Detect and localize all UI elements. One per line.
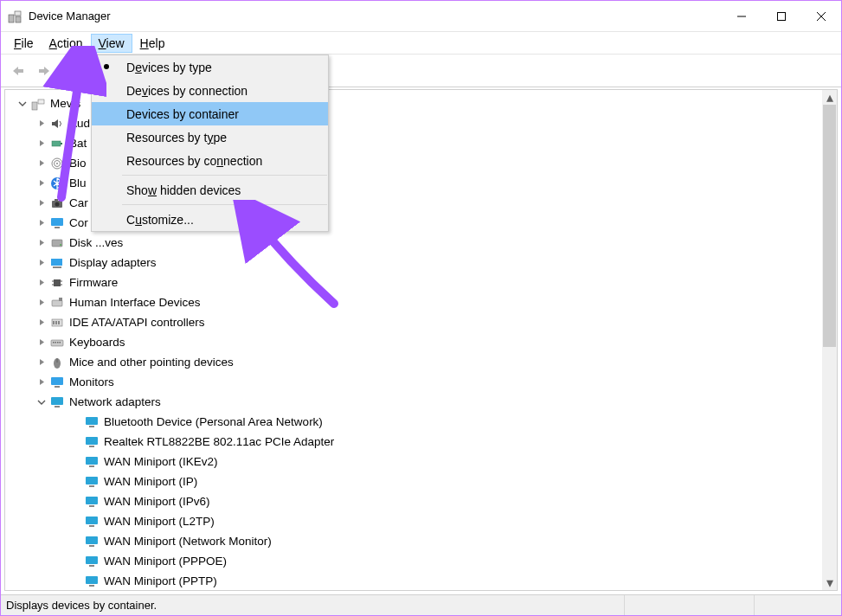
titlebar: Device Manager bbox=[1, 1, 841, 32]
minimize-button[interactable] bbox=[722, 1, 762, 32]
tree-root-label: Mevis bbox=[50, 93, 80, 113]
tree-leaf-net[interactable]: WAN Miniport (IKEv2) bbox=[12, 452, 837, 472]
tree-leaf-net[interactable]: WAN Miniport (Network Monitor) bbox=[12, 531, 837, 551]
tree-item-monitors[interactable]: Monitors bbox=[12, 372, 837, 392]
svg-rect-0 bbox=[9, 15, 14, 22]
tree-item-label: Firmware bbox=[69, 273, 118, 292]
tree-item-label: Bio bbox=[69, 153, 87, 173]
properties-button[interactable] bbox=[69, 61, 90, 81]
tree-item-display[interactable]: Display adapters bbox=[12, 253, 837, 273]
maximize-button[interactable] bbox=[762, 1, 801, 32]
menu-resources-by-type[interactable]: Resources by type bbox=[92, 125, 328, 149]
menu-item-label: Resources by connection bbox=[126, 154, 262, 168]
expander-icon[interactable] bbox=[36, 377, 47, 388]
expander-icon[interactable] bbox=[36, 218, 47, 228]
tree-item-ide[interactable]: IDE ATA/ATAPI controllers bbox=[12, 312, 837, 332]
tree-leaf-net[interactable]: WAN Miniport (PPPOE) bbox=[12, 551, 837, 571]
tree-item-label: Blu bbox=[69, 173, 87, 193]
expander-icon[interactable] bbox=[36, 238, 47, 248]
statusbar-separator bbox=[624, 595, 625, 615]
tree-leaf-label: WAN Miniport (IPv6) bbox=[104, 491, 210, 511]
svg-rect-37 bbox=[55, 321, 57, 324]
tree-item-keyboards[interactable]: Keyboards bbox=[12, 332, 837, 352]
tree-leaf-net[interactable]: WAN Miniport (PPTP) bbox=[12, 571, 837, 591]
toolbar-separator bbox=[61, 61, 62, 80]
tree-item-network[interactable]: Network adapters bbox=[12, 392, 837, 412]
expander-icon[interactable] bbox=[36, 337, 47, 348]
expander-icon[interactable] bbox=[36, 357, 47, 368]
tree-item-label: Disk ...ves bbox=[69, 233, 123, 253]
expander-icon[interactable] bbox=[36, 178, 47, 189]
scroll-thumb[interactable] bbox=[823, 105, 836, 347]
menu-devices-by-connection[interactable]: Devices by connection bbox=[92, 79, 328, 102]
fingerprint-icon bbox=[50, 157, 64, 170]
menu-item-label: Devices by container bbox=[126, 107, 239, 121]
svg-rect-63 bbox=[89, 545, 94, 547]
tree-leaf-net[interactable]: Bluetooth Device (Personal Area Network) bbox=[12, 412, 837, 432]
menu-action[interactable]: Action bbox=[42, 34, 91, 53]
menu-view[interactable]: View bbox=[91, 34, 132, 53]
tree-item-label: Network adapters bbox=[69, 392, 161, 412]
scroll-up-icon[interactable]: ▴ bbox=[822, 90, 837, 105]
menu-devices-by-container[interactable]: Devices by container bbox=[92, 102, 328, 125]
tree-leaf-net[interactable]: WAN Miniport (IP) bbox=[12, 472, 837, 491]
svg-point-25 bbox=[60, 244, 61, 246]
expander-icon[interactable] bbox=[36, 278, 47, 288]
tree-item-firmware[interactable]: Firmware bbox=[12, 273, 837, 292]
svg-rect-42 bbox=[57, 342, 59, 343]
expander-icon[interactable] bbox=[36, 119, 47, 129]
expander-open-icon[interactable] bbox=[36, 397, 47, 407]
camera-icon bbox=[50, 196, 64, 210]
expander-icon[interactable] bbox=[36, 198, 47, 209]
tree-item-label: IDE ATA/ATAPI controllers bbox=[69, 312, 205, 332]
menu-help[interactable]: Help bbox=[132, 34, 173, 53]
disk-icon bbox=[50, 236, 64, 250]
menubar: File Action View Help bbox=[1, 32, 841, 55]
menu-resources-by-connection[interactable]: Resources by connection bbox=[92, 149, 328, 172]
scroll-down-icon[interactable]: ▾ bbox=[822, 575, 837, 590]
forward-button[interactable] bbox=[34, 61, 55, 81]
svg-rect-28 bbox=[54, 279, 61, 286]
tree-item-label: Aud bbox=[69, 113, 90, 133]
menu-customize[interactable]: Customize... bbox=[92, 208, 328, 231]
menu-separator bbox=[122, 175, 327, 176]
menu-item-label: Devices by type bbox=[126, 61, 212, 74]
close-button[interactable] bbox=[801, 1, 841, 32]
mouse-icon bbox=[50, 356, 64, 369]
svg-rect-41 bbox=[55, 342, 57, 343]
svg-rect-43 bbox=[60, 342, 61, 343]
tree-item-hid[interactable]: Human Interface Devices bbox=[12, 292, 837, 312]
tree-leaf-net[interactable]: WAN Miniport (L2TP) bbox=[12, 511, 837, 531]
network-adapter-icon bbox=[85, 435, 99, 449]
svg-rect-49 bbox=[55, 406, 60, 407]
menu-devices-by-type[interactable]: Devices by type bbox=[92, 55, 328, 79]
tree-leaf-label: WAN Miniport (IKEv2) bbox=[104, 452, 218, 472]
speaker-icon bbox=[50, 117, 64, 131]
tree-item-disk[interactable]: Disk ...ves bbox=[12, 233, 837, 253]
svg-rect-22 bbox=[51, 218, 63, 226]
vertical-scrollbar[interactable]: ▴ ▾ bbox=[822, 90, 837, 590]
expander-icon[interactable] bbox=[36, 138, 47, 149]
menu-item-label: Resources by type bbox=[126, 131, 227, 144]
tree-item-label: Keyboards bbox=[69, 332, 125, 352]
expander-icon[interactable] bbox=[36, 318, 47, 328]
ide-icon bbox=[50, 316, 64, 330]
statusbar-text: Displays devices by container. bbox=[6, 599, 157, 612]
tree-item-mice[interactable]: Mice and other pointing devices bbox=[12, 352, 837, 372]
menu-show-hidden[interactable]: Show hidden devices bbox=[92, 178, 328, 202]
battery-icon bbox=[50, 137, 64, 151]
menu-file[interactable]: File bbox=[6, 34, 42, 53]
expander-icon[interactable] bbox=[36, 258, 47, 268]
tree-leaf-net[interactable]: Realtek RTL8822BE 802.11ac PCIe Adapter bbox=[12, 432, 837, 452]
svg-rect-33 bbox=[52, 300, 62, 306]
svg-rect-2 bbox=[16, 16, 21, 22]
tree-item-label: Display adapters bbox=[69, 253, 157, 273]
expander-icon[interactable] bbox=[36, 298, 47, 308]
network-adapter-icon bbox=[85, 555, 99, 568]
svg-rect-59 bbox=[89, 505, 94, 507]
expander-open-icon[interactable] bbox=[17, 99, 28, 109]
tree-item-label: Cor bbox=[69, 213, 88, 233]
back-button[interactable] bbox=[8, 61, 29, 81]
expander-icon[interactable] bbox=[36, 158, 47, 169]
tree-leaf-net[interactable]: WAN Miniport (IPv6) bbox=[12, 491, 837, 511]
